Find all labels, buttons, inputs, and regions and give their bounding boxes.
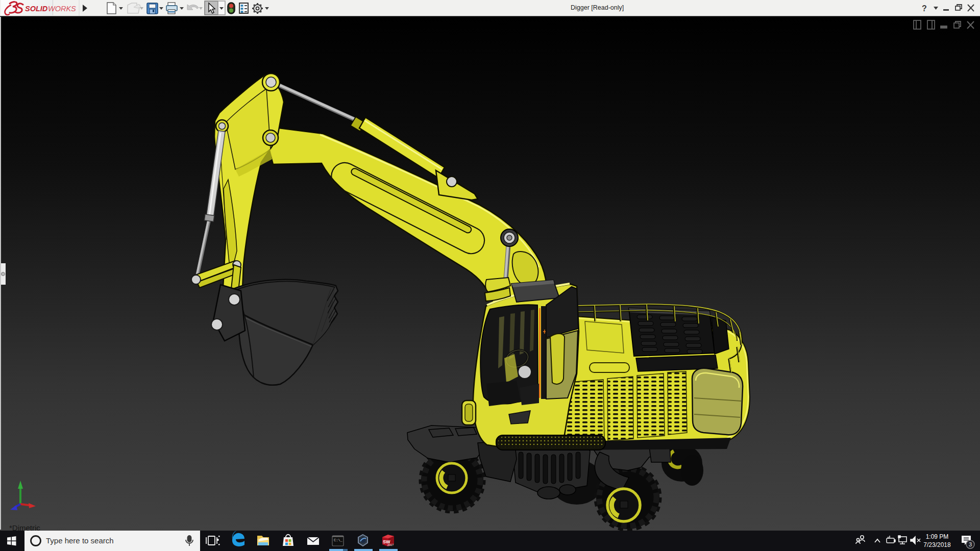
svg-text:C:\_: C:\_ [334,538,343,542]
svg-text:2017: 2017 [387,543,394,546]
svg-text:3: 3 [969,541,972,547]
